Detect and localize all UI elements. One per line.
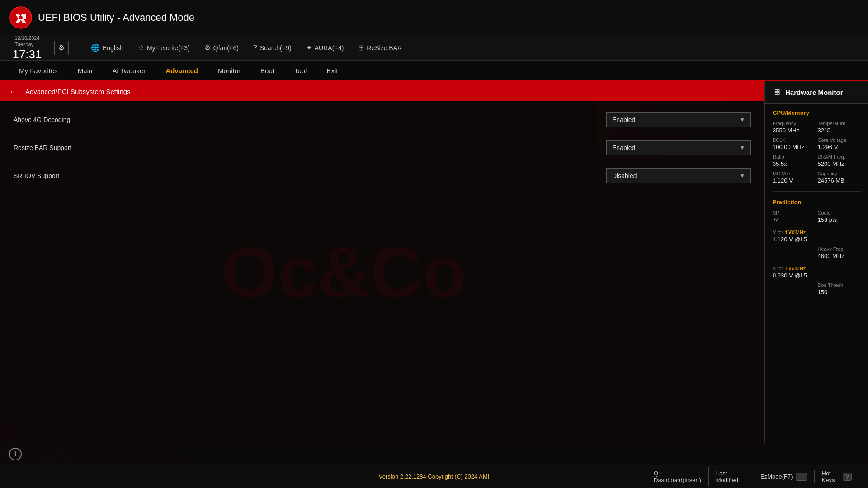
datetime-display: 12/10/2024Tuesday 17:31	[9, 35, 45, 61]
q-dashboard-button[interactable]: Q-Dashboard(Insert)	[646, 467, 709, 486]
mc-volt-value: 1.120 V	[773, 177, 816, 184]
logo-area: UEFI BIOS Utility - Advanced Mode	[9, 6, 194, 29]
toolbar-qfan[interactable]: ⚙ Qfan(F6)	[201, 42, 242, 54]
v3550-value: 0.930 V @L5	[773, 272, 861, 279]
core-voltage-value: 1.296 V	[818, 144, 861, 150]
hw-mc-volt: MC Volt. 1.120 V	[773, 171, 816, 184]
sp-label: SP	[773, 210, 816, 216]
hw-frequency: Frequency 3550 MHz	[773, 121, 816, 134]
nav-exit[interactable]: Exit	[316, 61, 348, 80]
dram-freq-value: 5200 MHz	[818, 160, 861, 167]
content-wrapper: ← Advanced\PCI Subsystem Settings Oc&Co …	[0, 81, 868, 443]
pred-heavy-freq-row: Heavy Freq 4600 MHz	[765, 246, 868, 264]
hw-divider	[773, 191, 861, 192]
gear-icon: ⚙	[58, 43, 65, 52]
star-icon: ☆	[138, 43, 144, 52]
nav-advanced[interactable]: Advanced	[156, 61, 208, 80]
frequency-value: 3550 MHz	[773, 127, 816, 134]
resize-bar-label: Resize BAR Support	[14, 144, 606, 151]
v3550-hz-highlight: 3550MHz	[784, 266, 806, 271]
toolbar-aura-label: AURA(F4)	[315, 44, 344, 52]
dropdown-arrow-icon: ▼	[740, 145, 745, 151]
hw-capacity: Capacity 24576 MB	[818, 171, 861, 184]
hardware-monitor-panel: 🖥 Hardware Monitor CPU/Memory Frequency …	[765, 81, 868, 443]
fan-icon: ⚙	[204, 43, 211, 52]
cpu-memory-section-title: CPU/Memory	[765, 104, 868, 119]
toolbar: 12/10/2024Tuesday 17:31 ⚙ 🌐 English ☆ My…	[0, 35, 868, 61]
search-icon: ?	[253, 44, 257, 52]
capacity-value: 24576 MB	[818, 177, 861, 184]
prediction-section-title: Prediction	[765, 193, 868, 208]
breadcrumb-text: Advanced\PCI Subsystem Settings	[25, 88, 131, 95]
hot-keys-button[interactable]: Hot Keys ?	[815, 467, 859, 486]
dropdown-arrow-icon: ▼	[740, 117, 745, 123]
setting-row-resize-bar: Resize BAR Support Enabled ▼	[0, 134, 764, 162]
pred-4600-row: V for 4600MHz 1.120 V @L5	[765, 228, 868, 246]
svg-point-1	[19, 16, 23, 19]
capacity-label: Capacity	[818, 171, 861, 176]
back-arrow-icon[interactable]: ←	[9, 86, 18, 97]
nav-my-favorites[interactable]: My Favorites	[9, 61, 68, 80]
above-4g-label: Above 4G Decoding	[14, 116, 606, 123]
v3550-label: V for 3550MHz	[773, 266, 861, 271]
toolbar-resizebar-label: ReSize BAR	[367, 44, 402, 52]
hw-bclk: BCLK 100.00 MHz	[773, 137, 816, 150]
nav-tool[interactable]: Tool	[284, 61, 317, 80]
last-modified-button[interactable]: Last Modified	[709, 467, 753, 486]
bios-title: UEFI BIOS Utility - Advanced Mode	[38, 12, 194, 23]
hw-stats-grid: Frequency 3550 MHz Temperature 32°C BCLK…	[765, 119, 868, 189]
ez-mode-label: EzMode(F7)	[760, 473, 793, 480]
pred-dos-thresh: Dos Thresh 150	[818, 282, 861, 296]
toolbar-divider	[78, 40, 78, 56]
nav-bar: My Favorites Main Ai Tweaker Advanced Mo…	[0, 61, 868, 81]
ratio-value: 35.5x	[773, 160, 816, 167]
time-display: 17:31	[12, 48, 42, 61]
pred-3550-row: V for 3550MHz 0.930 V @L5	[765, 264, 868, 282]
sr-iov-label: SR-IOV Support	[14, 172, 606, 179]
toolbar-aura[interactable]: ✦ AURA(F4)	[302, 42, 348, 54]
toolbar-myfavorite-label: MyFavorite(F3)	[147, 44, 190, 52]
v4600-hz-highlight: 4600MHz	[784, 230, 806, 235]
resize-bar-dropdown[interactable]: Enabled ▼	[606, 140, 751, 155]
dropdown-arrow-icon: ▼	[740, 173, 745, 179]
watermark: Oc&Co	[222, 230, 467, 314]
hw-temperature: Temperature 32°C	[818, 121, 861, 134]
resize-icon: ⊞	[358, 43, 364, 52]
info-icon[interactable]: i	[9, 448, 22, 460]
info-bar: i	[0, 443, 868, 465]
cooler-value: 158 pts	[818, 216, 861, 223]
footer: Version 2.22.1284 Copyright (C) 2024 AMI…	[0, 465, 868, 488]
nav-ai-tweaker[interactable]: Ai Tweaker	[102, 61, 156, 80]
setting-row-above-4g: Above 4G Decoding Enabled ▼	[0, 106, 764, 134]
nav-boot[interactable]: Boot	[250, 61, 284, 80]
toolbar-search[interactable]: ? Search(F9)	[250, 42, 295, 54]
hw-monitor-header: 🖥 Hardware Monitor	[765, 81, 868, 104]
heavy-freq-value: 4600 MHz	[818, 253, 861, 259]
toolbar-myfavorite[interactable]: ☆ MyFavorite(F3)	[134, 42, 193, 54]
pred-cooler: Cooler 158 pts	[818, 210, 861, 223]
frequency-label: Frequency	[773, 121, 816, 126]
above-4g-control: Enabled ▼	[606, 112, 751, 127]
above-4g-dropdown[interactable]: Enabled ▼	[606, 112, 751, 127]
nav-main[interactable]: Main	[68, 61, 103, 80]
footer-buttons: Q-Dashboard(Insert) Last Modified EzMode…	[646, 467, 859, 486]
nav-monitor[interactable]: Monitor	[208, 61, 250, 80]
aura-icon: ✦	[306, 43, 312, 52]
toolbar-english[interactable]: 🌐 English	[87, 42, 127, 54]
pred-heavy-freq-label-cell	[773, 246, 816, 259]
toolbar-resizebar[interactable]: ⊞ ReSize BAR	[354, 42, 406, 54]
dram-freq-label: DRAM Freq.	[818, 154, 861, 160]
above-4g-value: Enabled	[612, 116, 635, 123]
toolbar-items: 🌐 English ☆ MyFavorite(F3) ⚙ Qfan(F6) ? …	[87, 42, 859, 54]
temperature-label: Temperature	[818, 121, 861, 126]
date-day: 12/10/2024Tuesday	[14, 35, 39, 48]
last-modified-label: Last Modified	[716, 470, 745, 483]
prediction-sp-cooler: SP 74 Cooler 158 pts	[765, 208, 868, 228]
settings-icon[interactable]: ⚙	[54, 41, 69, 55]
sr-iov-value: Disabled	[612, 172, 637, 179]
header: UEFI BIOS Utility - Advanced Mode	[0, 0, 868, 35]
ez-mode-button[interactable]: EzMode(F7) →	[753, 470, 815, 483]
dos-thresh-label: Dos Thresh	[818, 282, 861, 288]
resize-bar-control: Enabled ▼	[606, 140, 751, 155]
sr-iov-dropdown[interactable]: Disabled ▼	[606, 168, 751, 183]
